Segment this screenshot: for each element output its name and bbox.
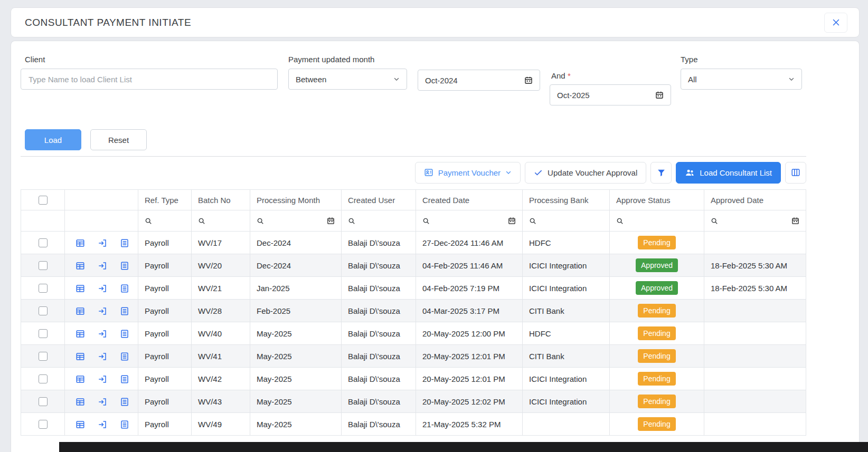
row-checkbox[interactable] [39,374,48,383]
payment-voucher-button[interactable]: Payment Voucher [415,162,521,184]
cell-processing-bank: ICICI Integration [523,390,610,413]
filter-created-user[interactable] [342,210,416,232]
reset-button[interactable]: Reset [90,129,147,150]
client-input[interactable] [21,69,278,90]
cell-ref-type: Payroll [138,322,192,345]
from-month-input[interactable]: Oct-2024 [418,70,540,91]
row-checkbox[interactable] [39,397,48,406]
row-checkbox[interactable] [39,420,48,429]
row-initiate-button[interactable] [98,284,107,293]
row-voucher-button[interactable] [120,238,129,248]
calendar-icon[interactable] [508,217,516,225]
close-button[interactable] [824,13,847,33]
from-month-value: Oct-2024 [425,76,458,85]
filter-approve-status[interactable] [610,210,704,232]
row-details-button[interactable] [76,329,85,339]
filter-ref-type[interactable] [138,210,192,232]
row-initiate-button[interactable] [98,397,107,407]
header-batch-no[interactable]: Batch No [192,190,250,210]
cell-approve-status: Pending [610,413,704,436]
type-select[interactable]: All [681,69,802,90]
row-voucher-button[interactable] [120,306,129,316]
row-voucher-button[interactable] [120,420,129,429]
sign-in-arrow-icon [98,238,107,248]
required-asterisk: * [568,71,571,80]
cell-created-date: 20-May-2025 12:01 PM [416,368,523,390]
cell-processing-bank: CITI Bank [523,345,610,368]
table-grid-icon [76,329,85,339]
select-all-checkbox[interactable] [39,196,48,205]
row-initiate-button[interactable] [98,261,107,271]
row-voucher-button[interactable] [120,397,129,407]
load-button[interactable]: Load [25,129,81,150]
cell-approved-date [704,368,806,390]
filter-processing-bank[interactable] [523,210,610,232]
row-initiate-button[interactable] [98,420,107,429]
row-initiate-button[interactable] [98,374,107,384]
row-details-button[interactable] [76,306,85,316]
cell-batch-no: WV/43 [192,390,250,413]
row-details-button[interactable] [76,261,85,271]
update-voucher-approval-button[interactable]: Update Voucher Approval [525,162,646,184]
header-approved-date[interactable]: Approved Date [704,190,806,210]
header-approve-status[interactable]: Approve Status [610,190,704,210]
row-initiate-button[interactable] [98,329,107,339]
row-initiate-button[interactable] [98,238,107,248]
table-row: Payroll WV/42 May-2025 Balaji D\'souza 2… [21,368,806,390]
cell-approve-status: Pending [610,232,704,254]
cell-processing-bank: ICICI Integration [523,368,610,390]
row-voucher-button[interactable] [120,374,129,384]
search-icon [257,217,264,225]
filter-processing-month[interactable] [250,210,342,232]
to-month-input[interactable]: Oct-2025 [550,84,671,105]
row-initiate-button[interactable] [98,352,107,361]
row-details-button[interactable] [76,420,85,429]
table-row: Payroll WV/40 May-2025 Balaji D\'souza 2… [21,322,806,345]
header-processing-month[interactable]: Processing Month [250,190,342,210]
row-details-button[interactable] [76,238,85,248]
cell-created-date: 21-May-2025 5:32 PM [416,413,523,436]
row-initiate-button[interactable] [98,306,107,316]
header-created-date[interactable]: Created Date [416,190,523,210]
row-details-button[interactable] [76,397,85,407]
filter-button[interactable] [650,162,672,184]
row-voucher-button[interactable] [120,284,129,293]
load-consultant-list-button[interactable]: Load Consultant List [676,162,781,184]
row-details-button[interactable] [76,284,85,293]
row-checkbox[interactable] [39,329,48,338]
calendar-icon[interactable] [327,217,335,225]
row-voucher-button[interactable] [120,352,129,361]
type-label: Type [681,55,698,64]
row-checkbox[interactable] [39,261,48,270]
row-checkbox[interactable] [39,352,48,361]
row-checkbox[interactable] [39,238,48,247]
cell-created-date: 27-Dec-2024 11:46 AM [416,232,523,254]
cell-created-user: Balaji D\'souza [342,390,416,413]
row-details-button[interactable] [76,352,85,361]
table-grid-icon [76,238,85,248]
row-voucher-button[interactable] [120,329,129,339]
id-card-icon [424,168,433,177]
search-icon [616,217,624,225]
row-checkbox[interactable] [39,306,48,315]
cell-created-user: Balaji D\'souza [342,254,416,277]
filter-created-date[interactable] [416,210,523,232]
row-checkbox[interactable] [39,284,48,293]
between-select[interactable]: Between [288,69,407,90]
table-grid-icon [76,397,85,407]
calendar-icon[interactable] [791,217,799,225]
cell-processing-month: Dec-2024 [250,232,342,254]
row-select-cell [21,345,65,368]
header-processing-bank[interactable]: Processing Bank [523,190,610,210]
columns-button[interactable] [785,162,806,184]
row-voucher-button[interactable] [120,261,129,271]
header-actions-cell [65,190,138,210]
cell-processing-month: May-2025 [250,390,342,413]
cell-approved-date [704,390,806,413]
row-actions-cell [65,345,138,368]
header-ref-type[interactable]: Ref. Type [138,190,192,210]
header-created-user[interactable]: Created User [342,190,416,210]
filter-approved-date[interactable] [704,210,806,232]
row-details-button[interactable] [76,374,85,384]
filter-batch-no[interactable] [192,210,250,232]
